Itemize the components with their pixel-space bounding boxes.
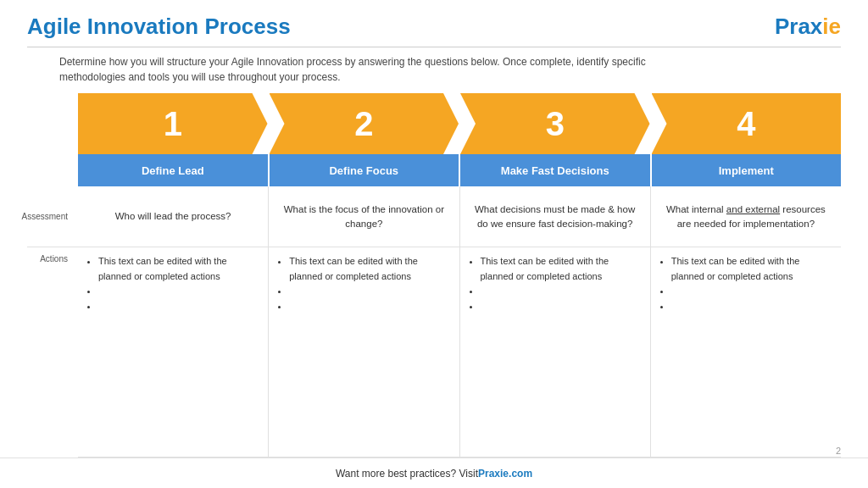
assessment-cell-1[interactable]: Who will lead the process? [78,186,269,247]
actions-cell-2[interactable]: This text can be edited with the planned… [269,247,459,457]
list-item [98,284,259,299]
list-item: This text can be edited with the planned… [289,254,450,284]
description: Determine how you will structure your Ag… [0,47,868,93]
page: Agile Innovation Process Praxie Determin… [0,0,868,488]
step-4-number: 4 [737,107,755,141]
list-item [289,299,450,314]
col-header-2: Define Focus [270,154,461,186]
step-2-number: 2 [354,107,373,141]
page-number: 2 [836,446,841,456]
assessment-label: Assessment [22,212,73,221]
table-section: Assessment Actions Who will lead the pro… [27,186,841,458]
page-title: Agile Innovation Process [27,14,291,40]
col-header-2-text: Define Focus [329,164,398,177]
actions-cell-4[interactable]: This text can be edited with the planned… [651,247,841,457]
list-item: This text can be edited with the planned… [671,254,832,284]
list-item [671,284,832,299]
col-header-1: Define Lead [78,154,270,186]
list-item: This text can be edited with the planned… [481,254,642,284]
list-item [481,284,642,299]
actions-cell-1[interactable]: This text can be edited with the planned… [78,247,269,457]
footer: Want more best practices? Visit Praxie.c… [0,458,868,488]
actions-cell-3[interactable]: This text can be edited with the planned… [460,247,651,457]
col-header-3: Make Fast Decisions [460,154,652,186]
step-2: 2 [270,93,459,154]
list-item [671,299,832,314]
header: Agile Innovation Process Praxie [0,0,868,47]
row-labels: Assessment Actions [27,186,78,458]
assessment-cell-4[interactable]: What internal and external resources are… [651,186,841,247]
data-grid: Who will lead the process? What is the f… [78,186,841,458]
step-1-number: 1 [164,107,182,141]
footer-text: Want more best practices? Visit [336,468,478,480]
col-header-3-text: Make Fast Decisions [501,164,609,177]
main-content: 1 2 3 4 Define Lead Def [0,93,868,458]
actions-label: Actions [40,254,73,263]
step-3-number: 3 [546,107,565,141]
list-item [98,299,259,314]
step-3: 3 [460,93,650,154]
footer-link[interactable]: Praxie.com [478,468,532,480]
assessment-cell-2[interactable]: What is the focus of the innovation or c… [269,186,459,247]
list-item [481,299,642,314]
step-4: 4 [652,93,842,154]
col-header-4: Implement [652,154,842,186]
logo: Praxie [775,14,841,40]
col-header-4-text: Implement [719,164,774,177]
actions-row: This text can be edited with the planned… [78,247,841,458]
col-header-1-text: Define Lead [142,164,204,177]
list-item: This text can be edited with the planned… [98,254,259,284]
list-item [289,284,450,299]
assessment-cell-3[interactable]: What decisions must be made & how do we … [460,186,651,247]
assessment-row: Who will lead the process? What is the f… [78,186,841,247]
step-1: 1 [78,93,268,154]
